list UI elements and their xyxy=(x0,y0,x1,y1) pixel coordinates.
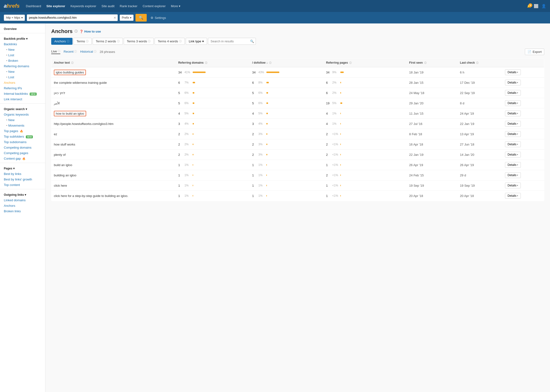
nav-site-explorer[interactable]: Site explorer xyxy=(44,3,67,9)
anchor-text[interactable]: לחץ כאן xyxy=(54,91,65,95)
protocol-select[interactable]: http + https ▾ xyxy=(4,14,25,21)
rd-cell: 11% xyxy=(176,170,250,181)
last-check-cell: 14 Jan '20 xyxy=(458,150,503,160)
anchor-cell: plenty of xyxy=(51,150,176,160)
sidebar-item-top-content[interactable]: Top content xyxy=(0,182,45,188)
last-check-cell: 29 d xyxy=(458,170,503,181)
tab-terms[interactable]: Terms ⓘ xyxy=(73,38,92,45)
last-header-info: ⓘ xyxy=(476,62,478,64)
sidebar-item-best-by-links[interactable]: Best by links xyxy=(0,171,45,177)
monitor-icon[interactable]: ⬜ xyxy=(534,4,538,8)
nav-dashboard[interactable]: Dashboard xyxy=(24,3,43,9)
sidebar: Overview Backlink profile ▾ Backlinks •N… xyxy=(0,23,45,392)
tab-terms-4[interactable]: Terms 4 words ⓘ xyxy=(155,38,185,45)
sidebar-item-movements[interactable]: •Movements xyxy=(0,123,45,128)
sidebar-item-best-by-links-growth[interactable]: Best by links' growth xyxy=(0,177,45,182)
tab-terms3-info: ⓘ xyxy=(148,40,151,43)
search-results-input[interactable] xyxy=(208,38,256,45)
details-button[interactable]: Details ▾ xyxy=(505,152,521,157)
how-to-use-link[interactable]: ❓ How to use xyxy=(79,30,101,33)
data-tab-live[interactable]: Live ⓘ xyxy=(51,49,60,54)
anchor-text[interactable]: build an igloo xyxy=(54,163,72,167)
anchor-header-info: ⓘ xyxy=(71,62,73,64)
nav-content-explorer[interactable]: Content explorer xyxy=(141,3,167,9)
sidebar-item-link-intersect[interactable]: Link intersect xyxy=(0,97,45,102)
anchor-text[interactable]: how to build an igloo xyxy=(54,111,86,116)
anchor-text[interactable]: the complete wilderness training guide xyxy=(54,81,107,84)
tab-anchors[interactable]: Anchors ⓘ xyxy=(51,38,72,45)
details-button[interactable]: Details ▾ xyxy=(505,131,521,137)
sidebar-item-linked-domains[interactable]: Linked domains xyxy=(0,197,45,203)
data-tab-historical[interactable]: Historical ⓘ xyxy=(80,50,96,54)
user-icon[interactable]: 👤 xyxy=(541,4,546,8)
bell-icon[interactable]: 🔔 6 xyxy=(527,4,531,8)
anchor-text[interactable]: http://people.howstuffworks.com/igloo3.h… xyxy=(54,122,113,126)
action-cell: Details ▾ xyxy=(503,67,544,77)
anchor-text[interactable]: how stuff works xyxy=(54,143,75,146)
anchor-text[interactable]: plenty of xyxy=(54,153,66,156)
sidebar-item-referring-ips[interactable]: Referring IPs xyxy=(0,85,45,91)
sidebar-item-competing-pages[interactable]: Competing pages xyxy=(0,150,45,156)
details-button[interactable]: Details ▾ xyxy=(505,70,521,75)
nav-site-audit[interactable]: Site audit xyxy=(100,3,116,9)
anchor-text[interactable]: ez xyxy=(54,132,57,136)
tab-terms-3[interactable]: Terms 3 words ⓘ xyxy=(124,38,154,45)
anchor-cell: click here for a step-by-step guide to b… xyxy=(51,191,176,201)
details-button[interactable]: Details ▾ xyxy=(505,80,521,85)
nav-rank-tracker[interactable]: Rank tracker xyxy=(118,3,139,9)
rp-cell: 349% xyxy=(324,67,407,77)
anchor-text[interactable]: building an igloo xyxy=(54,174,76,177)
details-button[interactable]: Details ▾ xyxy=(505,172,521,178)
export-button[interactable]: 📄 Export xyxy=(525,49,544,55)
logo[interactable]: ahrefs xyxy=(4,3,20,9)
details-button[interactable]: Details ▾ xyxy=(505,111,521,116)
sidebar-item-competing-domains[interactable]: Competing domains xyxy=(0,145,45,150)
link-type-filter[interactable]: Link type ▾ xyxy=(186,38,207,45)
sidebar-item-referring-domains[interactable]: Referring domains xyxy=(0,63,45,69)
last-check-cell: 27 Jun '18 xyxy=(458,139,503,150)
sidebar-item-top-subdomains[interactable]: Top subdomains xyxy=(0,139,45,145)
sidebar-item-organic-keywords[interactable]: Organic keywords xyxy=(0,112,45,117)
anchor-text[interactable]: click here xyxy=(54,184,67,187)
details-button[interactable]: Details ▾ xyxy=(505,193,521,199)
details-button[interactable]: Details ▾ xyxy=(505,182,521,188)
mode-select[interactable]: Prefix ▾ xyxy=(120,14,134,21)
sidebar-item-broken-links[interactable]: Broken links xyxy=(0,209,45,214)
sidebar-item-broken[interactable]: •Broken xyxy=(0,58,45,63)
anchor-text[interactable]: igloo building guides xyxy=(54,70,86,75)
title-info-icon[interactable]: ⓘ xyxy=(74,29,77,34)
first-seen-cell: 26 Apr '19 xyxy=(407,160,458,170)
sidebar-item-referring-new[interactable]: •New xyxy=(0,69,45,74)
search-button[interactable]: 🔍 xyxy=(135,14,147,21)
details-button[interactable]: Details ▾ xyxy=(505,100,521,106)
sidebar-item-lost[interactable]: •Lost xyxy=(0,52,45,58)
anchor-text[interactable]: الأمر xyxy=(54,101,60,105)
sidebar-item-backlinks[interactable]: Backlinks xyxy=(0,42,45,47)
sidebar-item-outgoing-anchors[interactable]: Anchors xyxy=(0,203,45,209)
sidebar-item-new[interactable]: •New xyxy=(0,47,45,52)
details-button[interactable]: Details ▾ xyxy=(505,162,521,168)
tab-terms-2[interactable]: Terms 2 words ⓘ xyxy=(93,38,123,45)
rp-header-info: ⓘ xyxy=(349,62,352,64)
first-seen-cell: 28 Jan '15 xyxy=(407,77,458,88)
details-button[interactable]: Details ▾ xyxy=(505,141,521,147)
rp-cell: 2<1% xyxy=(324,129,407,139)
sidebar-item-top-pages[interactable]: Top pages 🔥 xyxy=(0,128,45,134)
sidebar-item-anchors[interactable]: Anchors xyxy=(0,80,45,85)
anchor-text[interactable]: click here for a step-by-step guide to b… xyxy=(54,194,128,198)
sidebar-item-internal-backlinks[interactable]: Internal backlinks NEW xyxy=(0,91,45,97)
nav-more[interactable]: More ▾ xyxy=(169,3,182,9)
nav-keywords-explorer[interactable]: Keywords explorer xyxy=(69,3,98,9)
clear-url-icon[interactable]: ✕ xyxy=(113,16,116,20)
bell-badge: 6 xyxy=(529,3,532,7)
sidebar-item-organic-new[interactable]: •New xyxy=(0,117,45,123)
sidebar-item-content-gap[interactable]: Content gap 🔥 xyxy=(0,156,45,161)
sidebar-item-referring-lost[interactable]: •Lost xyxy=(0,74,45,80)
details-button[interactable]: Details ▾ xyxy=(505,121,521,126)
url-input[interactable] xyxy=(27,14,118,21)
sidebar-item-top-subfolders[interactable]: Top subfolders NEW xyxy=(0,134,45,139)
details-button[interactable]: Details ▾ xyxy=(505,90,521,96)
settings-button[interactable]: ⚙ Settings xyxy=(151,16,166,20)
last-check-cell: 6 h xyxy=(458,67,503,77)
data-tab-recent[interactable]: Recent ⓘ xyxy=(64,50,77,54)
